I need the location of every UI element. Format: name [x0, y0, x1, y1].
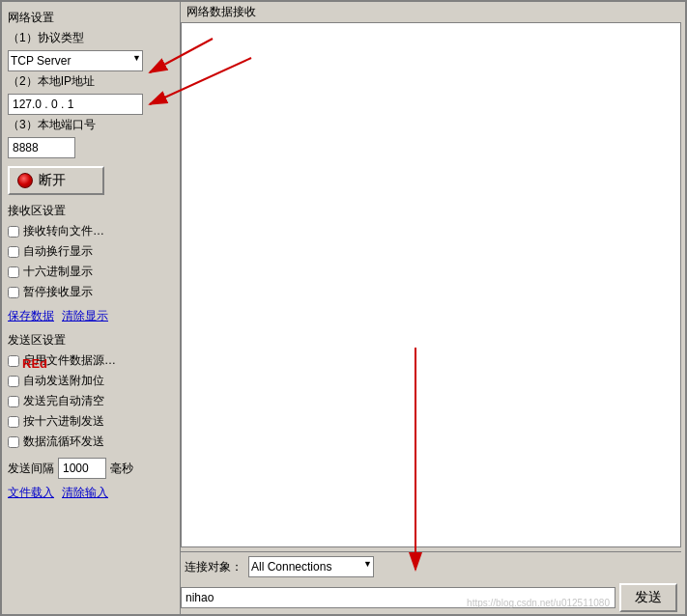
- clear-display-button[interactable]: 清除显示: [62, 308, 108, 324]
- port-label: （3）本地端口号: [8, 117, 174, 133]
- left-panel: 网络设置 （1）协议类型 TCP Server TCP Client UDP （…: [2, 2, 181, 614]
- cb-loop-send[interactable]: [8, 436, 19, 448]
- connect-select[interactable]: All Connections: [248, 556, 374, 577]
- cb-hex-display-row: 十六进制显示: [8, 264, 174, 280]
- cb-auto-newline-label: 自动换行显示: [23, 243, 93, 260]
- network-settings-title: 网络设置: [8, 10, 174, 26]
- interval-unit: 毫秒: [110, 461, 133, 477]
- cb-pause-receive-row: 暂停接收显示: [8, 284, 174, 300]
- cb-hex-display-label: 十六进制显示: [23, 264, 93, 280]
- port-input[interactable]: [8, 137, 75, 158]
- cb-auto-append[interactable]: [8, 376, 19, 387]
- connect-select-wrapper: All Connections: [248, 556, 374, 577]
- interval-input[interactable]: [58, 458, 106, 479]
- cb-loop-send-label: 数据流循环发送: [23, 434, 104, 450]
- cb-loop-send-row: 数据流循环发送: [8, 434, 174, 450]
- cb-auto-append-label: 自动发送附加位: [23, 373, 104, 389]
- red-indicator-icon: [17, 173, 33, 188]
- cb-auto-newline-row: 自动换行显示: [8, 243, 174, 260]
- protocol-type-label: （1）协议类型: [8, 30, 174, 46]
- connect-label: 连接对象：: [181, 559, 243, 575]
- watermark: https://blog.csdn.net/u012511080: [467, 598, 610, 608]
- send-settings-title: 发送区设置: [8, 332, 174, 349]
- cb-hex-send[interactable]: [8, 416, 19, 428]
- main-window: 网络设置 （1）协议类型 TCP Server TCP Client UDP （…: [0, 0, 687, 616]
- clear-input-button[interactable]: 清除输入: [62, 485, 108, 501]
- cb-hex-send-label: 按十六进制发送: [23, 413, 104, 430]
- ip-label: （2）本地IP地址: [8, 73, 174, 90]
- cb-hex-display[interactable]: [8, 266, 19, 278]
- send-links: 文件载入 清除输入: [8, 485, 174, 501]
- disconnect-button[interactable]: 断开: [8, 166, 104, 195]
- receive-title: 网络数据接收: [181, 2, 685, 22]
- receive-links: 保存数据 清除显示: [8, 308, 174, 324]
- cb-auto-clear-label: 发送完自动清空: [23, 393, 104, 409]
- save-data-button[interactable]: 保存数据: [8, 308, 54, 324]
- cb-auto-clear[interactable]: [8, 396, 19, 407]
- cb-file-source-label: 启用文件数据源…: [23, 352, 116, 369]
- receive-settings-title: 接收区设置: [8, 203, 174, 219]
- cb-auto-clear-row: 发送完自动清空: [8, 393, 174, 409]
- cb-pause-receive[interactable]: [8, 287, 19, 298]
- cb-auto-newline[interactable]: [8, 246, 19, 258]
- protocol-select[interactable]: TCP Server TCP Client UDP: [8, 50, 143, 71]
- receive-text-area[interactable]: [181, 22, 681, 547]
- cb-auto-append-row: 自动发送附加位: [8, 373, 174, 389]
- file-load-button[interactable]: 文件载入: [8, 485, 54, 501]
- interval-label: 发送间隔: [8, 461, 54, 477]
- cb-receive-file-label: 接收转向文件…: [23, 223, 104, 239]
- cb-pause-receive-label: 暂停接收显示: [23, 284, 93, 300]
- cb-hex-send-row: 按十六进制发送: [8, 413, 174, 430]
- send-button[interactable]: 发送: [619, 583, 677, 612]
- right-panel: 网络数据接收 连接对象： All Connections 发送: [181, 2, 685, 614]
- ip-input[interactable]: [8, 94, 143, 115]
- cb-file-source-row: 启用文件数据源…: [8, 352, 174, 369]
- protocol-select-wrapper: TCP Server TCP Client UDP: [8, 50, 143, 71]
- cb-file-source[interactable]: [8, 355, 19, 367]
- connection-bar: 连接对象： All Connections: [181, 551, 681, 581]
- interval-row: 发送间隔 毫秒: [8, 458, 174, 479]
- cb-receive-file-row: 接收转向文件…: [8, 223, 174, 239]
- disconnect-label: 断开: [39, 172, 66, 189]
- cb-receive-file[interactable]: [8, 226, 19, 238]
